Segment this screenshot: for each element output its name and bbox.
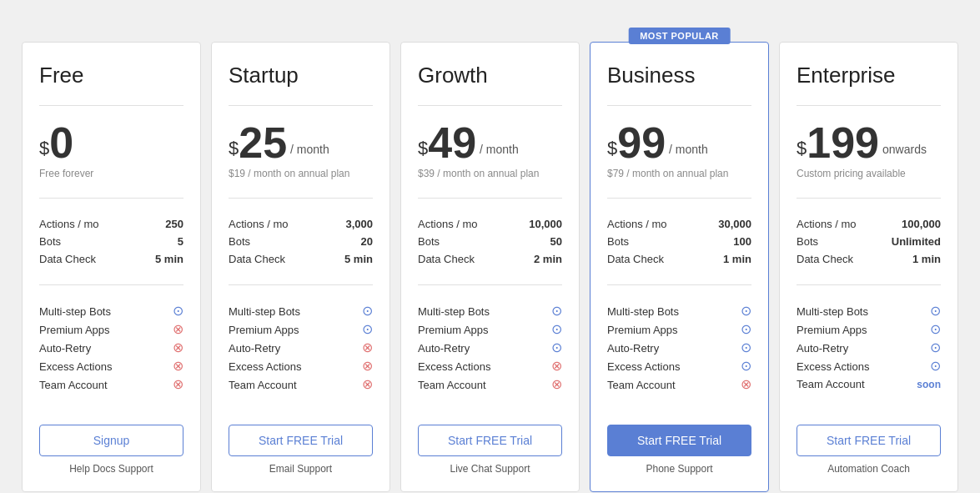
spec-label: Bots	[229, 233, 326, 250]
specs-table-startup: Actions / mo 3,000 Bots 20 Data Check 5 …	[229, 215, 373, 268]
spec-value: 5 min	[326, 250, 373, 268]
spec-label: Data Check	[607, 250, 700, 268]
feature-label: Premium Apps	[229, 324, 299, 336]
price-row-business: $99/ month	[607, 121, 751, 164]
feature-label: Excess Actions	[229, 360, 301, 373]
plan-name-enterprise: Enterprise	[797, 63, 941, 88]
feature-label: Multi-step Bots	[607, 305, 679, 318]
spec-row: Bots 20	[229, 233, 373, 250]
feature-row: Premium Apps ⊙	[418, 320, 562, 339]
feature-row: Excess Actions ⊙	[797, 357, 941, 375]
spec-row: Bots 100	[607, 233, 751, 250]
price-amount-growth: 49	[428, 121, 476, 164]
spec-row: Bots 5	[39, 233, 183, 250]
soon-label: soon	[917, 379, 941, 390]
feature-label: Excess Actions	[607, 360, 680, 373]
start-trial-button-enterprise[interactable]: Start FREE Trial	[797, 425, 941, 456]
spec-value: Unlimited	[876, 233, 941, 250]
spec-row: Data Check 2 min	[418, 250, 562, 268]
features-list-growth: Multi-step Bots ⊙ Premium Apps ⊙ Auto-Re…	[418, 302, 562, 394]
spec-value: 10,000	[510, 215, 562, 233]
support-label-enterprise: Automation Coach	[827, 463, 910, 475]
specs-table-free: Actions / mo 250 Bots 5 Data Check 5 min	[39, 215, 183, 268]
feature-label: Premium Apps	[39, 324, 110, 336]
feature-label: Auto-Retry	[229, 342, 280, 355]
feature-row: Team Account ⊗	[418, 375, 562, 394]
feature-row: Premium Apps ⊙	[797, 320, 941, 339]
feature-label: Team Account	[607, 379, 676, 391]
spec-row: Data Check 1 min	[797, 250, 941, 268]
spec-label: Actions / mo	[418, 215, 510, 233]
feature-row: Multi-step Bots ⊙	[39, 302, 183, 320]
price-dollar-startup: $	[229, 139, 239, 158]
check-icon: ⊙	[362, 304, 373, 318]
price-annual-business: $79 / month on annual plan	[607, 168, 751, 181]
feature-row: Premium Apps ⊙	[229, 320, 373, 339]
start-trial-button-growth[interactable]: Start FREE Trial	[418, 425, 562, 456]
feature-row: Team Account ⊗	[229, 375, 373, 394]
feature-row: Auto-Retry ⊗	[39, 339, 183, 357]
support-label-free: Help Docs Support	[69, 463, 153, 475]
pricing-container: Free$0Free forever Actions / mo 250 Bots…	[17, 17, 963, 492]
cta-area-enterprise: Start FREE TrialAutomation Coach	[797, 411, 941, 475]
plan-card-business: MOST POPULARBusiness$99/ month$79 / mont…	[590, 42, 769, 492]
price-amount-free: 0	[49, 121, 73, 164]
cta-area-business: Start FREE TrialPhone Support	[607, 411, 751, 475]
feature-label: Excess Actions	[39, 360, 112, 373]
most-popular-badge: MOST POPULAR	[628, 28, 731, 44]
spec-label: Bots	[607, 233, 700, 250]
x-icon: ⊗	[741, 378, 751, 391]
divider-specs	[418, 198, 562, 199]
price-dollar-business: $	[607, 139, 617, 158]
check-icon: ⊙	[173, 304, 183, 318]
spec-row: Actions / mo 3,000	[229, 215, 373, 233]
spec-value: 50	[510, 233, 562, 250]
feature-row: Team Account ⊗	[39, 375, 183, 394]
feature-label: Premium Apps	[797, 324, 867, 336]
spec-value: 250	[137, 215, 183, 233]
price-dollar-free: $	[39, 139, 49, 158]
plan-name-business: Business	[607, 63, 751, 88]
feature-label: Premium Apps	[607, 324, 678, 336]
price-suffix-startup: / month	[290, 143, 329, 156]
signup-button[interactable]: Signup	[39, 425, 183, 456]
feature-label: Multi-step Bots	[39, 305, 111, 318]
support-label-startup: Email Support	[269, 463, 332, 475]
feature-label: Team Account	[797, 378, 865, 390]
price-annual-growth: $39 / month on annual plan	[418, 168, 562, 181]
feature-label: Auto-Retry	[39, 342, 91, 355]
start-trial-button-startup[interactable]: Start FREE Trial	[229, 425, 373, 456]
start-trial-button-business[interactable]: Start FREE Trial	[607, 425, 751, 456]
feature-row: Excess Actions ⊗	[229, 357, 373, 375]
price-suffix-business: / month	[669, 143, 708, 156]
spec-label: Actions / mo	[39, 215, 137, 233]
spec-label: Bots	[39, 233, 137, 250]
spec-label: Actions / mo	[229, 215, 326, 233]
spec-value: 100,000	[876, 215, 941, 233]
feature-row: Multi-step Bots ⊙	[607, 302, 751, 320]
feature-row: Team Account soon	[797, 375, 941, 393]
feature-row: Excess Actions ⊙	[607, 357, 751, 375]
feature-label: Excess Actions	[797, 360, 869, 373]
check-icon: ⊙	[930, 341, 941, 355]
plan-card-startup: Startup$25/ month$19 / month on annual p…	[211, 42, 390, 492]
check-icon: ⊙	[551, 304, 562, 318]
spec-label: Data Check	[229, 250, 326, 268]
spec-value: 2 min	[510, 250, 562, 268]
price-amount-startup: 25	[239, 121, 287, 164]
feature-row: Auto-Retry ⊗	[229, 339, 373, 357]
feature-row: Team Account ⊗	[607, 375, 751, 394]
plan-name-free: Free	[39, 63, 183, 88]
check-icon: ⊙	[741, 323, 751, 336]
divider-specs	[39, 198, 183, 199]
price-row-growth: $49/ month	[418, 121, 562, 164]
divider-features	[797, 284, 941, 285]
feature-label: Excess Actions	[418, 360, 490, 373]
x-icon: ⊗	[362, 378, 373, 391]
feature-row: Multi-step Bots ⊙	[797, 302, 941, 320]
feature-label: Multi-step Bots	[797, 305, 868, 318]
check-icon: ⊙	[741, 360, 751, 373]
spec-row: Data Check 5 min	[229, 250, 373, 268]
divider-features	[229, 284, 373, 285]
spec-value: 20	[326, 233, 373, 250]
